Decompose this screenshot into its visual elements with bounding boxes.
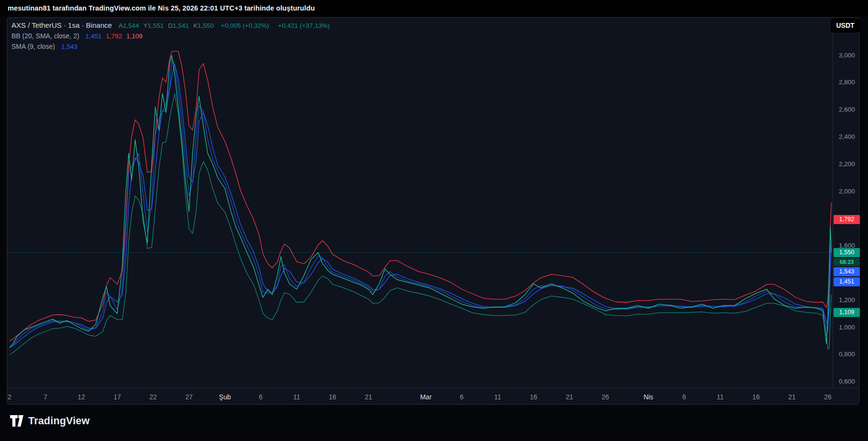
tradingview-attribution-footer[interactable]: TradingView [10,413,89,429]
price-tick-label: 3,000 [835,52,859,59]
change-value: +0,005 (+0,32%) [221,22,269,29]
price-scale-separator [833,18,833,388]
day-tick-label: 2 [8,393,11,401]
tradingview-logo-icon [10,415,24,427]
countdown-badge: 58:23 [834,258,860,266]
day-tick-label: 12 [78,393,85,401]
day-tick-label: 6 [259,393,263,401]
price-label-badge: 1,550 [834,248,860,257]
bb-value: 1,451 [86,33,102,40]
symbol-title: AXS / TetherUS · 1sa · Binance [11,21,112,29]
legend-bb-row[interactable]: BB (20, SMA, close, 2) 1,4511,7921,109 [11,31,334,41]
ohlc-value: 1,541 [173,22,189,29]
price-label-badge: 1,109 [834,308,860,317]
bb-value: 1,792 [106,33,122,40]
month-tick-label: Nis [644,393,653,401]
day-tick-label: 27 [185,393,193,401]
ohlc-key: D [168,22,173,29]
day-tick-label: 22 [149,393,157,401]
ohlc-key: K [193,22,198,29]
day-tick-label: 21 [788,393,796,401]
month-tick-label: Şub [219,393,231,401]
bb-indicator-label: BB (20, SMA, close, 2) [11,32,79,40]
day-tick-label: 21 [566,393,573,401]
price-line [10,56,832,348]
day-tick-label: 11 [717,393,724,401]
day-tick-label: 16 [530,393,537,401]
ohlc-values: A1,544Y1,551D1,541K1,550 [119,22,218,29]
day-tick-label: 6 [682,393,686,401]
legend-sma-row[interactable]: SMA (9, close) 1,543 [11,41,334,52]
ohlc-key: A [119,22,123,29]
change-percent-value: +0,421 (+37,13%) [278,22,330,29]
day-tick-label: 17 [113,393,121,401]
day-tick-label: 7 [44,393,47,401]
legend-symbol-row[interactable]: AXS / TetherUS · 1sa · Binance A1,544Y1,… [11,20,334,31]
day-tick-label: 6 [460,393,464,401]
day-tick-label: 26 [601,393,609,401]
ohlc-value: 1,544 [123,22,139,29]
ohlc-value: 1,550 [198,22,214,29]
price-tick-label: 2,400 [835,133,859,140]
ohlc-value: 1,551 [148,22,164,29]
bb-value: 1,109 [126,33,143,40]
price-label-badge: 1,792 [834,215,860,224]
price-tick-label: 1,200 [835,296,859,304]
ohlc-key: Y [144,22,148,29]
day-tick-label: 21 [365,393,372,401]
price-tick-label: 1,000 [835,324,859,331]
bb-indicator-values: 1,4511,7921,109 [86,32,147,40]
sma-indicator-value: 1,543 [61,43,78,50]
price-chart-plot[interactable] [0,0,868,441]
price-tick-label: 0,800 [835,351,859,358]
time-axis-separator [7,388,859,388]
sma9-line [10,59,832,348]
bb-upper-line [10,51,832,341]
day-tick-label: 11 [494,393,501,401]
price-tick-label: 2,800 [835,79,859,86]
chart-legend: AXS / TetherUS · 1sa · Binance A1,544Y1,… [11,20,334,52]
bb-lower-line [10,94,832,354]
tradingview-snapshot: mesutinan81 tarafından TradingView.com i… [0,0,868,441]
price-tick-label: 2,000 [835,188,859,195]
day-tick-label: 16 [752,393,760,401]
tradingview-wordmark: TradingView [28,415,89,427]
currency-toggle-badge[interactable]: USDT [831,18,860,33]
price-label-badge: 1,451 [834,277,860,286]
price-tick-label: 2,200 [835,160,859,168]
month-tick-label: Mar [420,393,432,401]
day-tick-label: 11 [293,393,300,401]
day-tick-label: 16 [329,393,336,401]
sma-indicator-label: SMA (9, close) [11,43,55,50]
price-tick-label: 2,600 [835,106,859,113]
day-tick-label: 26 [824,393,832,401]
price-tick-label: 0,600 [835,378,859,385]
price-label-badge: 1,543 [834,267,860,276]
